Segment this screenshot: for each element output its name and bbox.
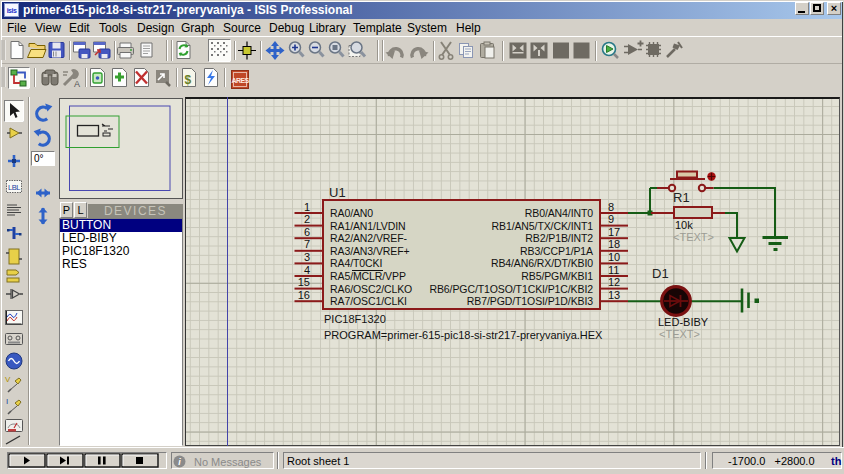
svg-text:ARES: ARES [231, 77, 249, 84]
svg-text:A: A [74, 79, 80, 89]
svg-text:$: $ [185, 73, 192, 87]
svg-text:V: V [5, 375, 11, 384]
svg-text:I: I [6, 397, 8, 406]
svg-text:LBL: LBL [8, 183, 20, 192]
